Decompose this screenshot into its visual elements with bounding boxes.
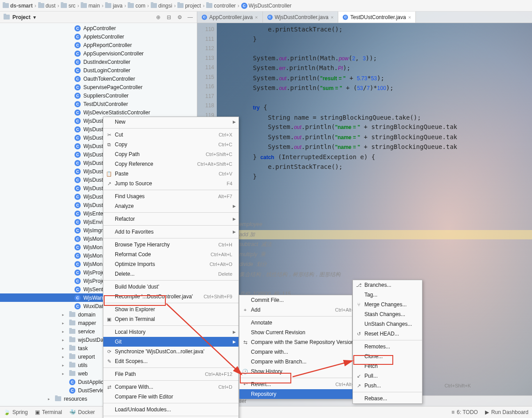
menu-item[interactable]: ✂CutCtrl+X <box>103 130 239 140</box>
menu-item[interactable]: Commit File... <box>239 295 364 305</box>
menu-item[interactable]: Recompile '...DustController.java'Ctrl+S… <box>103 292 239 301</box>
editor-tab[interactable]: CAppController.java× <box>197 12 263 23</box>
crumb-8[interactable]: controller <box>206 3 235 9</box>
menu-item[interactable]: Local History▶ <box>103 327 239 337</box>
tree-class-item[interactable]: CTestDUstController <box>0 100 197 108</box>
menu-item[interactable]: Compare with Branch... <box>239 357 364 367</box>
tool-terminal[interactable]: ▣ Terminal <box>35 409 62 415</box>
expand-icon[interactable]: ▸ <box>62 338 66 342</box>
crumb-0[interactable]: ds-smart <box>3 3 33 9</box>
project-dropdown[interactable]: ▾ <box>33 14 36 20</box>
menu-item[interactable]: ↺Reset HEAD... <box>353 329 477 339</box>
context-menu-main[interactable]: New▶✂CutCtrl+X⧉CopyCtrl+CCopy PathCtrl+S… <box>103 117 239 418</box>
menu-item[interactable]: Find UsagesAlt+F7 <box>103 191 239 201</box>
tree-class-item[interactable]: CAppController <box>0 24 197 32</box>
crumb-4[interactable]: java <box>105 3 122 9</box>
tree-class-item[interactable]: CDustIndexController <box>0 58 197 66</box>
tool-todo[interactable]: ≡ 6: TODO <box>451 409 478 415</box>
expand-icon[interactable]: ▸ <box>48 397 52 401</box>
menu-item[interactable]: Git▶ <box>103 337 239 347</box>
menu-item[interactable]: ↗Push...Ctrl+Shift+K <box>353 381 477 391</box>
menu-item[interactable]: Load/Unload Modules... <box>103 405 239 414</box>
menu-item[interactable]: Copy ReferenceCtrl+Alt+Shift+C <box>103 159 239 169</box>
menu-item[interactable]: Stash Changes... <box>353 309 477 319</box>
menu-item[interactable]: Compare File with Editor <box>103 392 239 402</box>
context-menu-git[interactable]: Commit File...+AddCtrl+Alt+AAnnotateShow… <box>239 295 352 399</box>
editor-tab[interactable]: CTestDUstController.java× <box>338 12 416 23</box>
menu-item[interactable]: Remotes... <box>353 342 477 352</box>
expand-icon[interactable]: ▸ <box>62 329 66 334</box>
menu-item[interactable]: ⑂Merge Changes... <box>353 300 477 309</box>
menu-item[interactable]: ⎇Branches... <box>353 280 477 290</box>
hide-icon[interactable]: — <box>187 14 193 20</box>
expand-icon[interactable]: ▸ <box>62 321 66 325</box>
menu-item[interactable]: UnStash Changes... <box>353 319 477 329</box>
tool-spring[interactable]: 🍃 Spring <box>4 409 28 415</box>
tree-class-item[interactable]: CWjsDeviceStatisticController <box>0 108 197 117</box>
tool-docker[interactable]: 🐳 Docker <box>69 409 95 415</box>
menu-item[interactable]: Delete...Delete <box>103 269 239 279</box>
menu-item[interactable]: ⧉CopyCtrl+C <box>103 140 239 149</box>
tree-class-item[interactable]: CDustLoginController <box>0 66 197 74</box>
scroll-from-source-icon[interactable]: ⊕ <box>155 14 161 20</box>
menu-item[interactable]: New▶ <box>103 117 239 127</box>
menu-item[interactable]: 🕑Show History <box>239 367 364 376</box>
expand-icon[interactable]: ▸ <box>62 371 66 376</box>
menu-item[interactable]: Annotate <box>239 318 364 328</box>
menu-item[interactable]: ⇄Compare With...Ctrl+D <box>103 382 239 392</box>
crumb-3[interactable]: main <box>81 3 100 9</box>
expand-icon[interactable]: ▸ <box>62 355 66 359</box>
menu-item[interactable]: Clone... <box>353 352 477 361</box>
menu-item[interactable]: Build Module 'dust' <box>103 282 239 292</box>
close-icon[interactable]: × <box>331 15 333 20</box>
tree-class-item[interactable]: CAppletsController <box>0 32 197 41</box>
menu-item[interactable]: Optimize ImportsCtrl+Alt+O <box>103 259 239 269</box>
editor-tab[interactable]: CWjsDustController.java× <box>263 12 339 23</box>
menu-item[interactable]: Repository▶ <box>239 389 364 399</box>
tool-run-dashboard[interactable]: ▶ Run Dashboard <box>485 409 528 415</box>
crumb-2[interactable]: src <box>61 3 75 9</box>
tree-class-item[interactable]: COauthTokenController <box>0 74 197 83</box>
crumb-5[interactable]: com <box>128 3 145 9</box>
menu-item[interactable]: ↶Revert...Ctrl+Alt+Z <box>239 379 364 389</box>
menu-item[interactable]: ⇆Compare with the Same Repository Versio… <box>239 337 364 347</box>
menu-item[interactable]: Compare with... <box>239 347 364 357</box>
close-icon[interactable]: × <box>408 15 411 20</box>
menu-item[interactable]: Refactor▶ <box>103 214 239 224</box>
tree-class-item[interactable]: CAppSupervisionController <box>0 49 197 58</box>
collapse-all-icon[interactable]: ⊟ <box>166 14 172 20</box>
menu-item[interactable]: Show Current Revision <box>239 328 364 337</box>
menu-item[interactable]: Show in Explorer <box>103 305 239 314</box>
menu-item[interactable]: ↗Jump to SourceF4 <box>103 179 239 188</box>
menu-item[interactable]: ⟳Synchronize 'WjsDustCon...roller.java' <box>103 347 239 356</box>
menu-item[interactable]: ↙Pull... <box>353 371 477 381</box>
expand-icon[interactable]: ▸ <box>62 313 66 317</box>
breadcrumb: ds-smart› dust› src› main› java› com› di… <box>0 0 532 12</box>
menu-item[interactable]: Copy PathCtrl+Shift+C <box>103 149 239 159</box>
menu-item[interactable]: Rebase... <box>353 394 477 403</box>
menu-item[interactable]: Reformat CodeCtrl+Alt+L <box>103 250 239 259</box>
tree-class-item[interactable]: CSuppliersController <box>0 91 197 100</box>
context-menu-repository[interactable]: ⎇Branches...Tag...⑂Merge Changes...Stash… <box>352 280 422 404</box>
menu-item[interactable]: ▣Open in Terminal <box>103 314 239 324</box>
menu-item[interactable]: Tag... <box>353 290 477 300</box>
menu-item[interactable]: ✎Edit Scopes... <box>103 356 239 366</box>
project-title[interactable]: Project <box>12 14 31 20</box>
expand-icon[interactable]: ▸ <box>62 363 66 367</box>
tree-class-item[interactable]: CSupervisePageController <box>0 83 197 91</box>
menu-item[interactable]: Browse Type HierarchyCtrl+H <box>103 240 239 250</box>
crumb-7[interactable]: project <box>177 3 201 9</box>
menu-item[interactable]: Fetch <box>353 361 477 371</box>
menu-item[interactable]: Add to Favorites▶ <box>103 227 239 237</box>
expand-icon[interactable]: ▸ <box>62 346 66 351</box>
settings-icon[interactable]: ⚙ <box>176 14 183 20</box>
tree-class-item[interactable]: CAppReportController <box>0 41 197 49</box>
menu-item[interactable]: Analyze▶ <box>103 201 239 211</box>
crumb-1[interactable]: dust <box>38 3 56 9</box>
menu-item[interactable]: 📋PasteCtrl+V <box>103 169 239 179</box>
menu-item[interactable]: File PathCtrl+Alt+F12 <box>103 369 239 379</box>
crumb-6[interactable]: dingsi <box>151 3 172 9</box>
crumb-9[interactable]: CWjsDustController <box>241 3 292 9</box>
menu-item[interactable]: +AddCtrl+Alt+A <box>239 305 364 315</box>
close-icon[interactable]: × <box>255 15 258 20</box>
